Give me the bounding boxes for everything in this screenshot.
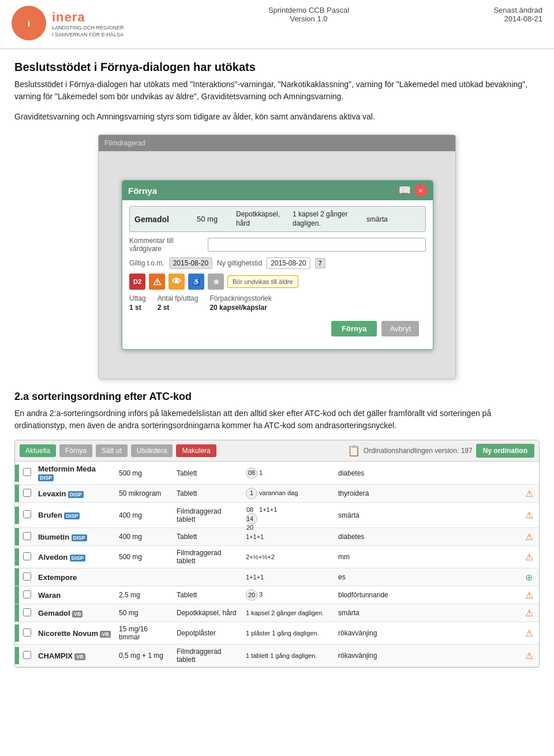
indication-cell: diabetes — [335, 462, 522, 485]
med-list-screenshot: Aktuella Förnya Sätt ut Utvärdera Makule… — [14, 440, 540, 668]
table-row: Levaxin DISP50 mikrogramTablett1 varanna… — [15, 485, 539, 503]
form-cell: Depotplåster — [173, 622, 242, 645]
row-checkbox[interactable] — [23, 468, 31, 476]
dosage-cell: 08 14 20 1+1+1 — [242, 503, 335, 528]
drug-name-cell[interactable]: Waran — [38, 591, 61, 600]
dialog-close-button[interactable]: × — [414, 184, 427, 197]
svg-text:i: i — [28, 19, 30, 28]
warning-triangle-icon: ⚠ — [525, 628, 533, 638]
row-checkbox[interactable] — [23, 651, 31, 659]
indication-cell: smärta — [335, 604, 522, 622]
page-header: i inera LANDSTING OCH REGIONER I SAMVERK… — [0, 0, 554, 49]
tab-makulera[interactable]: Makulera — [176, 444, 216, 457]
warn-icon-narcotic[interactable]: ⚠ — [149, 274, 165, 290]
drug-name-cell[interactable]: Brufen — [38, 511, 62, 519]
table-row: Alvedon DISP500 mgFilmdraggerad tablett2… — [15, 546, 539, 568]
comment-input[interactable] — [208, 238, 426, 252]
row-checkbox[interactable] — [23, 489, 31, 497]
new-validity-label: Ny giltighetstid — [217, 259, 262, 267]
drug-name-cell[interactable]: Gemadol — [38, 609, 70, 617]
calendar-button[interactable]: 7 — [315, 258, 325, 268]
drug-name-cell[interactable]: Nicorette Novum — [38, 629, 98, 638]
warning-cell: ⚠ — [522, 645, 539, 667]
drug-name-cell[interactable]: CHAMPIX — [38, 652, 73, 660]
form-cell: Tablett — [173, 586, 242, 604]
warn-icon-extra[interactable]: ⊕ — [208, 274, 224, 290]
warning-triangle-icon: ⚠ — [525, 532, 533, 542]
dialog-content: Gemadol 50 mg Depotkkapsel, hård 1 kapse… — [122, 200, 433, 342]
row-checkbox[interactable] — [23, 608, 31, 616]
fornya-button[interactable]: Förnya — [331, 321, 377, 336]
dose-cell — [115, 568, 173, 586]
vb-badge: VB — [74, 653, 85, 660]
dosage-cell: 1 varannan dag — [242, 485, 335, 503]
section1-title: Beslutsstödet i Förnya-dialogen har utök… — [14, 61, 540, 74]
uttag-value: 1 st — [129, 304, 141, 312]
tab-aktuella[interactable]: Aktuella — [20, 444, 56, 457]
drug-name-cell[interactable]: Levaxin — [38, 489, 66, 498]
table-row: Waran 2,5 mgTablett20 3blodförtunnande⚠ — [15, 586, 539, 604]
book-icon: 📋 — [347, 444, 360, 457]
form-cell: Depotkkapsel, hård — [173, 604, 242, 622]
table-row: Ibumetin DISP400 mgTablett1+1+1diabetes⚠ — [15, 528, 539, 546]
warn-icon-disability[interactable]: ♿ — [188, 274, 204, 290]
warning-triangle-icon: ⚠ — [525, 510, 533, 520]
row-checkbox[interactable] — [23, 510, 31, 518]
uttag-row: Uttag 1 st Antal fp/uttag 2 st Förpackni… — [129, 294, 426, 312]
logo-subtitle: LANDSTING OCH REGIONER I SAMVERKAN FÖR E… — [52, 25, 124, 38]
tab-satt-ut[interactable]: Sätt ut — [96, 444, 128, 457]
section2-body: En andra 2:a-sorteringsordning införs på… — [14, 407, 540, 432]
table-row: Extempore 1+1+1es⊕ — [15, 568, 539, 586]
dialog-title-text: Förnya — [128, 186, 157, 196]
drug-name-cell[interactable]: Extempore — [38, 573, 77, 582]
row-checkbox[interactable] — [23, 590, 31, 598]
drug-dosage: 1 kapsel 2 gånger dagligen. — [293, 210, 362, 228]
ny-ordination-button[interactable]: Ny ordination — [476, 444, 534, 458]
warn-icon-interaction[interactable]: D2 — [129, 274, 145, 290]
vb-badge: VB — [72, 611, 83, 617]
form-cell: Filmdraggerad tablett — [173, 503, 242, 528]
tab-utvardera[interactable]: Utvärdera — [131, 444, 173, 457]
warning-cell: ⚠ — [522, 604, 539, 622]
logo-area: i inera LANDSTING OCH REGIONER I SAMVERK… — [12, 6, 124, 43]
disp-badge: DISP — [68, 491, 84, 498]
forpackning-value: 20 kapsel/kapslar — [209, 304, 267, 312]
row-checkbox[interactable] — [23, 572, 31, 581]
warning-cell: ⚠ — [522, 622, 539, 645]
dose-cell: 15 mg/16 timmar — [115, 622, 173, 645]
drug-name-cell[interactable]: Alvedon — [38, 553, 68, 562]
dose-cell: 0,5 mg + 1 mg — [115, 645, 173, 667]
warning-triangle-icon: ⚠ — [525, 590, 533, 600]
dose-cell: 500 mg — [115, 462, 173, 485]
indication-cell: thyroidera — [335, 485, 522, 503]
header-center: Sprintdemo CCB Pascal Version 1.0 — [268, 6, 349, 23]
drug-name: Gemadol — [134, 215, 192, 224]
tab-fornya[interactable]: Förnya — [59, 444, 92, 457]
warning-triangle-icon: ⚠ — [525, 552, 533, 562]
warning-triangle-icon: ⚠ — [525, 651, 533, 661]
warning-text-box: Bör undvikas till äldre — [227, 275, 298, 288]
table-row: Brufen DISP400 mgFilmdraggerad tablett08… — [15, 503, 539, 528]
section1: Beslutsstödet i Förnya-dialogen har utök… — [14, 61, 540, 123]
new-validity-date: 2015-08-20 — [267, 257, 310, 269]
section2-title: 2.a sorteringsordning efter ATC-kod — [14, 391, 540, 403]
dose-cell: 50 mikrogram — [115, 485, 173, 503]
validity-row: Giltig t.o.m. 2015-08-20 Ny giltighetsti… — [129, 257, 426, 269]
antal-fp-value: 2 st — [158, 304, 170, 312]
avbryt-button[interactable]: Avbryt — [381, 321, 419, 336]
drug-name-cell[interactable]: Ibumetin — [38, 533, 69, 541]
warning-triangle-icon: ⚠ — [525, 489, 533, 499]
table-row: CHAMPIX VB0,5 mg + 1 mgFilmdraggerad tab… — [15, 645, 539, 667]
row-checkbox[interactable] — [23, 532, 31, 540]
warn-icon-bevakning[interactable]: 👁 — [169, 274, 185, 290]
main-content: Beslutsstödet i Förnya-dialogen har utök… — [0, 49, 554, 679]
ordinations-text: Ordinationshandlingen version: 197 — [364, 447, 473, 455]
row-checkbox[interactable] — [23, 552, 31, 560]
drug-name-cell[interactable]: Metformin Meda — [38, 465, 96, 473]
row-checkbox[interactable] — [23, 628, 31, 637]
dosage-cell: 20 3 — [242, 586, 335, 604]
warning-cell: ⊕ — [522, 568, 539, 586]
dialog-screenshot: Filmdragerad Förnya 📖 × Gemadol 50 mg — [98, 134, 456, 379]
indication-cell: mm — [335, 546, 522, 568]
dose-cell: 2,5 mg — [115, 586, 173, 604]
